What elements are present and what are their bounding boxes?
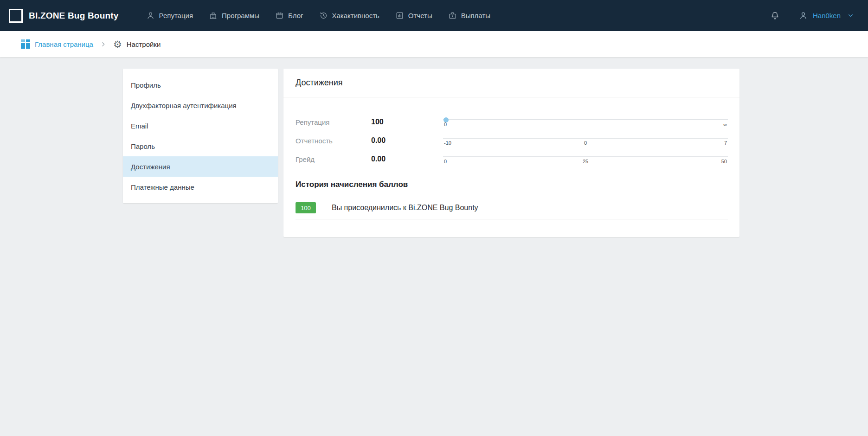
sidebar-item-label: Двухфакторная аутентификация <box>131 102 237 109</box>
metric-row-reporting: Отчетность 0.00 -10 0 7 <box>296 131 728 150</box>
sidebar-item-label: Email <box>131 122 148 130</box>
breadcrumb: Главная страница ⚙ Настройки <box>0 31 868 57</box>
achievements-panel: Достижения Репутация 100 0 ∞ Отчетность <box>283 69 739 237</box>
nav-item-hacktivity[interactable]: Хакактивность <box>311 0 387 31</box>
blog-calendar-icon <box>275 11 284 20</box>
nav-item-label: Отчеты <box>408 12 432 19</box>
sidebar-item-payment-details[interactable]: Платежные данные <box>123 177 278 197</box>
logo-text: BI.ZONE Bug Bounty <box>29 11 119 21</box>
reporting-scale-slider[interactable]: -10 0 7 <box>443 134 728 147</box>
sidebar-item-label: Пароль <box>131 142 155 150</box>
metric-label: Отчетность <box>296 137 371 145</box>
metrics-section: Репутация 100 0 ∞ Отчетность 0.00 <box>283 97 739 168</box>
header-right: Han0ken <box>770 11 854 20</box>
history-entry: 100 Вы присоединились к Bi.ZONE Bug Boun… <box>296 202 728 219</box>
nav-item-blog[interactable]: Блог <box>267 0 311 31</box>
slider-scale: 0 25 50 <box>443 159 728 165</box>
nav-item-label: Репутация <box>159 12 193 19</box>
sidebar-item-profile[interactable]: Профиль <box>123 75 278 95</box>
points-history-section: История начисления баллов 100 Вы присоед… <box>283 168 739 219</box>
chevron-down-icon <box>847 12 854 19</box>
metric-value: 100 <box>371 118 443 126</box>
breadcrumb-home-label: Главная страница <box>35 40 93 48</box>
nav-item-payouts[interactable]: Выплаты <box>440 0 498 31</box>
payouts-briefcase-icon <box>448 11 457 20</box>
scale-min-label: 0 <box>444 122 447 127</box>
sidebar-item-label: Профиль <box>131 81 161 89</box>
panel-title: Достижения <box>283 69 739 97</box>
reputation-icon <box>146 11 155 20</box>
sidebar-item-2fa[interactable]: Двухфакторная аутентификация <box>123 95 278 115</box>
main-nav: Репутация Программы Блог Хакактивность О… <box>138 0 498 31</box>
notifications-bell-icon[interactable] <box>770 11 780 20</box>
settings-sidebar: Профиль Двухфакторная аутентификация Ema… <box>123 69 278 203</box>
slider-track <box>443 119 728 120</box>
scale-min-label: -10 <box>444 140 451 146</box>
metric-row-reputation: Репутация 100 0 ∞ <box>296 113 728 131</box>
points-badge: 100 <box>296 202 316 213</box>
nav-item-reputation[interactable]: Репутация <box>138 0 201 31</box>
sidebar-item-achievements[interactable]: Достижения <box>123 156 278 177</box>
breadcrumb-current: ⚙ Настройки <box>113 39 161 49</box>
slider-track <box>443 156 728 157</box>
history-title: История начисления баллов <box>296 180 728 189</box>
nav-item-reports[interactable]: Отчеты <box>387 0 440 31</box>
slider-track <box>443 138 728 139</box>
scale-max-label: 50 <box>721 159 727 164</box>
scale-max-label: 7 <box>724 140 727 146</box>
app-header: BI.ZONE Bug Bounty Репутация Программы Б… <box>0 0 868 31</box>
logo[interactable]: BI.ZONE Bug Bounty <box>9 9 119 23</box>
user-avatar-icon <box>798 11 808 20</box>
sidebar-item-password[interactable]: Пароль <box>123 136 278 156</box>
home-grid-icon <box>21 39 30 49</box>
metric-label: Репутация <box>296 118 371 126</box>
nav-item-label: Блог <box>288 12 303 19</box>
bizone-logo-icon <box>9 9 23 23</box>
slider-scale: -10 0 7 <box>443 140 728 147</box>
slider-scale: 0 ∞ <box>443 122 728 128</box>
user-menu[interactable]: Han0ken <box>798 11 854 20</box>
chevron-right-icon <box>100 41 106 47</box>
metric-label: Грейд <box>296 155 371 163</box>
scale-mid-label: 25 <box>583 159 588 164</box>
programs-icon <box>209 11 218 20</box>
gear-icon: ⚙ <box>113 39 122 49</box>
grade-scale-slider[interactable]: 0 25 50 <box>443 153 728 166</box>
sidebar-item-label: Достижения <box>131 163 170 171</box>
metric-row-grade: Грейд 0.00 0 25 50 <box>296 150 728 168</box>
scale-min-label: 0 <box>444 159 447 164</box>
metric-value: 0.00 <box>371 136 443 145</box>
breadcrumb-home-link[interactable]: Главная страница <box>21 39 93 49</box>
history-entry-text: Вы присоединились к Bi.ZONE Bug Bounty <box>332 204 478 212</box>
nav-item-programs[interactable]: Программы <box>201 0 267 31</box>
reputation-scale-slider[interactable]: 0 ∞ <box>443 115 728 128</box>
sidebar-item-label: Платежные данные <box>131 183 194 191</box>
username: Han0ken <box>813 12 841 19</box>
sidebar-item-email[interactable]: Email <box>123 115 278 136</box>
hacktivity-history-icon <box>319 11 328 20</box>
reports-chart-icon <box>395 11 404 20</box>
nav-item-label: Хакактивность <box>332 12 379 19</box>
nav-item-label: Выплаты <box>461 12 490 19</box>
scale-mid-label: 0 <box>584 140 587 146</box>
metric-value: 0.00 <box>371 155 443 163</box>
breadcrumb-current-label: Настройки <box>127 40 161 48</box>
scale-max-label: ∞ <box>723 122 727 127</box>
nav-item-label: Программы <box>222 12 259 19</box>
page-content: Профиль Двухфакторная аутентификация Ema… <box>0 57 868 436</box>
